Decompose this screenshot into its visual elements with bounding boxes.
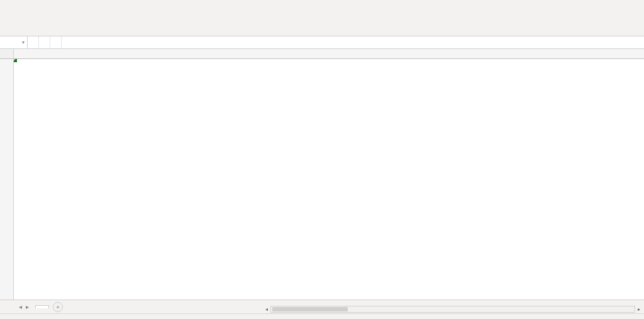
formula-input[interactable] (62, 36, 644, 48)
chevron-down-icon[interactable]: ▾ (22, 40, 25, 45)
column-headers (14, 49, 644, 59)
formula-bar: ▾ (0, 36, 644, 49)
sheet-tab-active[interactable] (35, 305, 49, 308)
cancel-entry-button[interactable] (28, 36, 39, 48)
tab-nav: ◂ ▸ (19, 303, 29, 310)
tab-next-icon[interactable]: ▸ (26, 303, 29, 310)
status-bar (0, 313, 644, 319)
name-box[interactable]: ▾ (0, 36, 28, 48)
horizontal-scrollbar[interactable]: ◂ ▸ (270, 306, 635, 313)
confirm-entry-button[interactable] (39, 36, 50, 48)
scrollbar-thumb[interactable] (272, 307, 348, 311)
scroll-left-icon[interactable]: ◂ (263, 306, 270, 312)
add-sheet-button[interactable]: ＋ (53, 302, 63, 312)
tab-prev-icon[interactable]: ◂ (19, 303, 22, 310)
ribbon (0, 0, 644, 36)
grid-body[interactable] (14, 49, 644, 305)
spreadsheet-grid (0, 49, 644, 305)
select-all-corner[interactable] (0, 49, 13, 59)
scroll-right-icon[interactable]: ▸ (635, 306, 643, 312)
row-headers (0, 49, 14, 305)
fx-button[interactable] (50, 36, 62, 48)
replace-multiple-button[interactable] (14, 59, 15, 60)
